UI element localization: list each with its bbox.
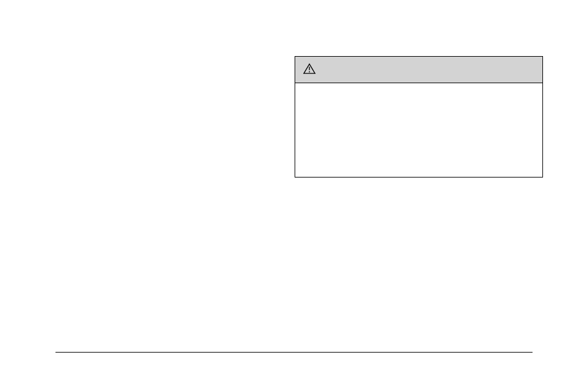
warning-icon [303,63,316,77]
caution-body [295,83,542,177]
svg-point-1 [309,71,310,72]
footer-divider [55,352,533,353]
caution-header [295,57,542,83]
caution-box [295,56,543,178]
